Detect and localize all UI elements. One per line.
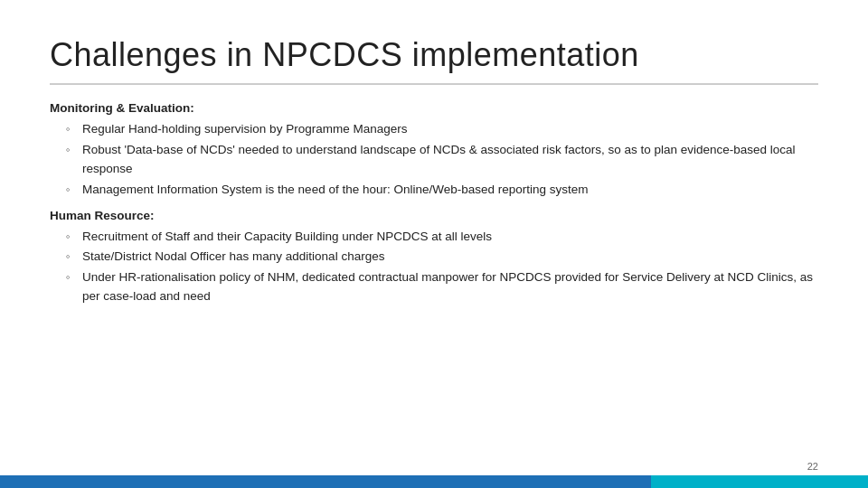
list-item: Regular Hand-holding supervision by Prog…: [66, 120, 818, 139]
section-monitoring: Monitoring & Evaluation: Regular Hand-ho…: [50, 99, 818, 200]
slide-content: Monitoring & Evaluation: Regular Hand-ho…: [50, 99, 818, 306]
bottom-bar: [0, 475, 868, 488]
slide: Challenges in NPCDCS implementation Moni…: [0, 0, 868, 488]
list-item: Recruitment of Staff and their Capacity …: [66, 228, 818, 247]
bottom-bar-cyan: [651, 475, 868, 488]
list-item: Under HR-rationalisation policy of NHM, …: [66, 268, 818, 306]
list-item: Management Information System is the nee…: [66, 181, 818, 200]
list-item: Robust 'Data-base of NCDs' needed to und…: [66, 141, 818, 179]
section-monitoring-header: Monitoring & Evaluation:: [50, 99, 818, 118]
list-item: State/District Nodal Officer has many ad…: [66, 248, 818, 267]
title-divider: [50, 83, 818, 85]
page-number: 22: [807, 461, 818, 472]
section-human-resource: Human Resource: Recruitment of Staff and…: [50, 207, 818, 307]
section-human-resource-header: Human Resource:: [50, 207, 818, 226]
bottom-bar-blue: [0, 475, 651, 488]
monitoring-bullet-list: Regular Hand-holding supervision by Prog…: [66, 120, 818, 200]
slide-title: Challenges in NPCDCS implementation: [50, 36, 818, 74]
human-resource-bullet-list: Recruitment of Staff and their Capacity …: [66, 228, 818, 307]
